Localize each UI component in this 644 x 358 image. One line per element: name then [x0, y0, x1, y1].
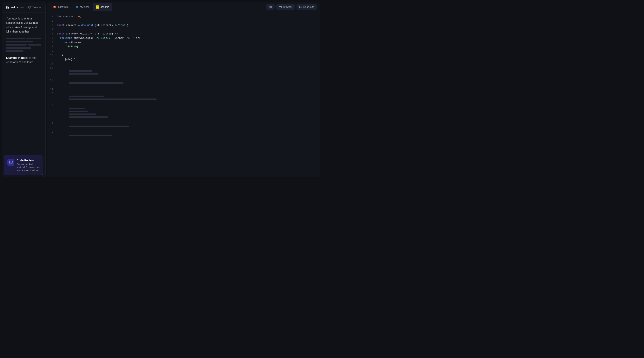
skeleton-row-1: [6, 38, 42, 39]
tab-js-label: script.js: [100, 6, 109, 8]
code-review-title: Code Review: [17, 159, 40, 162]
code-line-3: 3 const element = document.getElementbyI…: [47, 24, 320, 28]
solution-label: Solution: [32, 6, 42, 9]
grid-button[interactable]: [266, 4, 274, 10]
line-content: const arrayToHTMLList = (arr, listID) =>: [57, 32, 118, 35]
svg-rect-1: [269, 6, 270, 7]
code-line-18: 18: [47, 131, 320, 140]
code-line-5: 5 const arrayToHTMLList = (arr, listID) …: [47, 32, 320, 36]
line-number: 13: [47, 79, 57, 82]
line-content: let counter = 0;: [57, 15, 81, 18]
right-panel: H index.html C style.css JS script.js: [47, 2, 320, 177]
tab-solution[interactable]: Solution: [28, 6, 42, 9]
instructions-icon: [6, 6, 9, 9]
line-number: 4: [47, 28, 57, 31]
code-line-11: 11: [47, 62, 320, 66]
line-number: 17: [47, 122, 57, 125]
css-badge: C: [76, 6, 78, 8]
tab-html-label: index.html: [58, 6, 69, 8]
line-number: 1: [47, 15, 57, 18]
code-review-card[interactable]: Code Review Receive detailed feedback & …: [4, 155, 43, 175]
skeleton-line: [6, 38, 25, 39]
code-line-15: 15: [47, 92, 320, 104]
tab-css-label: style.css: [80, 6, 90, 8]
js-badge: JS: [96, 6, 99, 9]
line-number: 9: [47, 50, 57, 52]
line-number: 10: [47, 54, 57, 57]
skeleton-line: [6, 44, 27, 46]
tab-js[interactable]: JS script.js: [93, 3, 112, 11]
left-content: Your task is to write a function called …: [2, 13, 45, 154]
code-line-6: 6 document.querySelector(`#${listID}`).i…: [47, 36, 320, 41]
header-actions: Browser Shortcuts: [266, 4, 317, 10]
svg-rect-5: [279, 6, 282, 8]
line-content: `${item}`: [57, 45, 80, 48]
code-line-4: 4: [47, 28, 320, 32]
line-content: [57, 67, 98, 78]
code-review-description: Receive detailed feedback & suggestions …: [17, 163, 40, 172]
line-content: const element = document.getElementbyID(…: [57, 24, 128, 27]
line-number: 16: [47, 104, 57, 107]
code-review-text: Code Review Receive detailed feedback & …: [17, 159, 40, 172]
svg-rect-3: [269, 7, 270, 8]
example-input-label: Example input: [6, 56, 25, 59]
line-number: 6: [47, 37, 57, 40]
svg-rect-2: [271, 6, 272, 7]
shortcuts-label: Shortcuts: [303, 6, 314, 8]
code-editor[interactable]: 1 let counter = 0; 2 3 const element = d…: [47, 12, 320, 177]
skeleton-line: [26, 38, 42, 39]
line-number: 15: [47, 92, 57, 95]
line-number: 18: [47, 131, 57, 134]
skeleton-row-2: [6, 44, 42, 46]
keyboard-icon: [299, 6, 302, 8]
tab-css[interactable]: C style.css: [72, 3, 92, 11]
line-number: 11: [47, 62, 57, 65]
code-line-7: 7 .map(item =>: [47, 41, 320, 45]
code-line-14: 14: [47, 88, 320, 92]
svg-rect-4: [271, 7, 272, 8]
code-line-12: 12: [47, 66, 320, 78]
browser-label: Browser: [283, 6, 292, 8]
editor-header: H index.html C style.css JS script.js: [47, 2, 320, 12]
line-number: 8: [47, 45, 57, 48]
line-content: [57, 122, 129, 131]
grid-icon: [269, 6, 272, 8]
left-panel: Instructions Solution Your task is to wr…: [2, 2, 46, 177]
code-line-1: 1 let counter = 0;: [47, 15, 320, 19]
code-line-9: 9: [47, 49, 320, 54]
line-number: 7: [47, 41, 57, 44]
tab-html[interactable]: H index.html: [50, 3, 72, 11]
line-number: 3: [47, 24, 57, 27]
line-content: document.querySelector(`#${listID}`).inn…: [57, 37, 140, 40]
browser-button[interactable]: Browser: [276, 4, 295, 10]
tab-instructions[interactable]: Instructions: [6, 6, 24, 9]
line-content: [57, 104, 108, 122]
line-number: 5: [47, 32, 57, 35]
line-content: [57, 131, 112, 140]
svg-rect-6: [300, 6, 302, 8]
code-line-2: 2: [47, 19, 320, 24]
solution-icon: [28, 6, 31, 9]
browser-icon: [279, 6, 282, 8]
code-line-17: 17: [47, 122, 320, 131]
skeleton-lines: [6, 38, 42, 52]
left-header: Instructions Solution: [2, 2, 45, 13]
code-review-icon: [8, 159, 14, 166]
instructions-label: Instructions: [10, 6, 24, 9]
task-description: Your task is to write a function called …: [6, 16, 42, 34]
code-line-13: 13: [47, 78, 320, 88]
line-content: `): [57, 54, 63, 57]
line-number: 12: [47, 67, 57, 70]
shortcuts-button[interactable]: Shortcuts: [296, 4, 317, 10]
editor-tabs: H index.html C style.css JS script.js: [50, 3, 112, 11]
skeleton-line: [6, 50, 24, 52]
line-content: .map(item =>: [57, 41, 81, 44]
code-line-10b: .join('');: [47, 58, 320, 62]
skeleton-line: [6, 47, 31, 49]
line-number: 2: [47, 20, 57, 22]
code-line-16: 16: [47, 104, 320, 122]
skeleton-line: [6, 41, 33, 43]
example-input: Example input hello and world or let's a…: [6, 56, 42, 64]
code-line-8: 8 `${item}`: [47, 45, 320, 49]
line-content: [57, 92, 156, 104]
